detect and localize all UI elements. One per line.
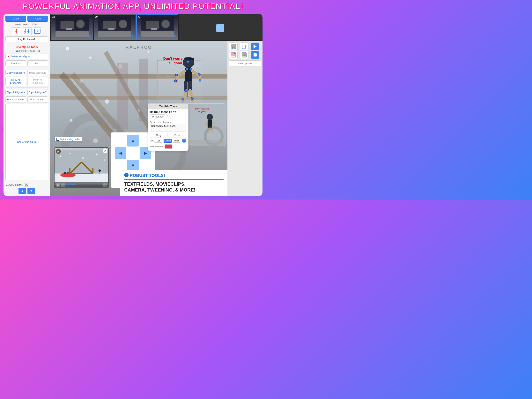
tf-header: Textfield Tools [148, 104, 188, 109]
svg-point-0 [16, 29, 17, 30]
svg-point-28 [108, 28, 115, 30]
redo-button[interactable]: Redo [27, 16, 48, 22]
tb-copy-icon[interactable] [240, 42, 248, 50]
copy-all-properties-button[interactable]: Copy all properties [6, 77, 26, 86]
scroll-down-button[interactable]: ▼ [27, 188, 35, 194]
node-hand-l[interactable] [174, 79, 177, 82]
frame-number-28: 28 [52, 15, 55, 18]
preview-close-button[interactable]: ✕ [103, 148, 108, 153]
svg-text:□◦: □◦ [205, 138, 207, 140]
nudge-empty-br [140, 160, 151, 171]
node-shoulder-l[interactable] [186, 68, 188, 71]
preview-ctrl-3[interactable]: + [103, 183, 107, 187]
svg-rect-105 [253, 53, 257, 57]
snow-dot [89, 57, 92, 59]
svg-rect-47 [189, 63, 192, 65]
tb-play-icon[interactable] [251, 42, 259, 50]
svg-line-16 [28, 32, 28, 34]
canvas-area[interactable]: RALPHCO [50, 41, 228, 196]
tf-text-preview[interactable]: Don't worry it's all good. [150, 124, 186, 131]
svg-point-72 [69, 153, 70, 154]
promo-divider [124, 179, 223, 180]
tb-scene-icon[interactable] [229, 42, 238, 50]
tb-stop-icon[interactable] [251, 51, 259, 59]
unload-font-button[interactable]: Unload font [150, 114, 166, 119]
tb-scene-red-icon[interactable]: ✕ [229, 51, 238, 59]
tf-align-right-button[interactable]: Right [173, 139, 181, 143]
tf-color-swatch[interactable] [165, 144, 172, 149]
body-line-indicator [187, 82, 188, 97]
view-options-button[interactable]: View options [229, 60, 261, 66]
tf-title: Be Kind to the Earth [148, 109, 188, 114]
previous-button[interactable]: Previous [6, 60, 26, 66]
preview-ctrl-1[interactable]: ⊞ [56, 183, 60, 187]
snow-dot [79, 80, 82, 83]
push-forward-button[interactable]: Push forward [27, 97, 48, 103]
film-frame-30[interactable]: 30 ➤ [136, 14, 178, 40]
svg-rect-30 [141, 31, 174, 37]
tf-set-text-label: Set text and alignment [148, 121, 188, 124]
film-frame-28[interactable]: 28 ➤ [51, 14, 93, 40]
left-panel: Undo Redo Mode: Normal (260%) Lag Proble… [4, 14, 50, 196]
lag-problems-button[interactable]: Lag Problems? [6, 36, 48, 42]
push-backward-button[interactable]: Push backward [6, 97, 26, 103]
snow-dot [114, 129, 117, 131]
preview-ctrl-2[interactable]: ━ [61, 183, 65, 187]
memory-help-button[interactable]: (?) [24, 184, 29, 187]
node-elbow-r[interactable] [198, 73, 201, 76]
node-shoulder-r[interactable] [190, 68, 192, 71]
svg-rect-22 [61, 21, 74, 29]
nudge-down-button[interactable]: ▼ [127, 160, 139, 171]
svg-point-70 [67, 172, 69, 174]
scroll-up-button[interactable]: ▲ [19, 188, 26, 194]
svg-line-4 [15, 33, 16, 34]
delete-stickfigure-button[interactable]: ✕ Delete stickfigure [6, 54, 48, 59]
center-stickfigure-button[interactable]: Center stickfigure [6, 104, 48, 180]
tf-align-center-button[interactable]: Center [164, 139, 172, 143]
tf-color-label: Textfield color [150, 145, 163, 148]
toolbar-icons: ✕ [229, 42, 261, 59]
node-knee-l[interactable] [184, 89, 187, 92]
frame-arrow-28: ➤ [88, 33, 92, 39]
frame-number-29: 29 [95, 15, 98, 18]
node-elbow-l[interactable] [175, 74, 178, 76]
snow-dot [105, 99, 109, 104]
svg-text:✕: ✕ [235, 53, 236, 54]
promo-section: 🅜 ROBUST TOOLS! TEXTFIELDS, MOVIECLIPS,C… [120, 170, 228, 196]
scene-watermark: RALPHCO [126, 45, 152, 50]
tf-paste-button[interactable]: Paste [169, 133, 186, 138]
svg-text:Don't worry it's: Don't worry it's [195, 108, 209, 110]
preview-progress [65, 185, 76, 185]
undo-button[interactable]: Undo [6, 16, 26, 22]
svg-rect-91 [231, 45, 235, 48]
checkbox-icon [57, 138, 59, 141]
not-showing-nodes-button[interactable]: Not showing nodes [55, 137, 82, 142]
svg-point-33 [151, 28, 157, 30]
node-head[interactable] [187, 60, 189, 63]
flip-y-button[interactable]: Flip stickfigure Y [27, 89, 48, 95]
tf-copy-button[interactable]: Copy [150, 133, 167, 138]
tf-align-left-label: Left [150, 140, 153, 142]
svg-rect-25 [98, 31, 131, 37]
group-figure-icon[interactable] [22, 27, 32, 35]
flip-x-button[interactable]: Flip stickfigure X [6, 89, 26, 95]
promo-icon: 🅜 [124, 173, 128, 178]
tf-help-button[interactable]: ? [167, 115, 171, 118]
nudge-up-button[interactable]: ▲ [127, 135, 139, 147]
snow-dot [93, 138, 98, 143]
paste-all-properties-button: Paste all properites [27, 77, 48, 86]
tf-align-left-button[interactable]: Left [154, 139, 163, 143]
svg-point-12 [28, 29, 29, 30]
node-knee-r[interactable] [191, 97, 194, 100]
film-frame-29[interactable]: 29 ➤ [94, 14, 136, 40]
next-button[interactable]: Next [27, 60, 48, 66]
char-preview-panel: Don't worry it's all good. [187, 103, 226, 146]
nudge-left-button[interactable]: ◀ [115, 147, 126, 159]
node-hand-r[interactable] [199, 79, 201, 81]
node-ankle-l[interactable] [182, 98, 184, 101]
delete-x-icon: ✕ [8, 55, 10, 58]
tb-share-icon[interactable] [240, 51, 248, 59]
single-figure-icon[interactable] [12, 27, 21, 35]
envelope-icon[interactable] [33, 27, 42, 35]
copy-stickfigure-button[interactable]: Copy stickfigure [6, 70, 26, 76]
